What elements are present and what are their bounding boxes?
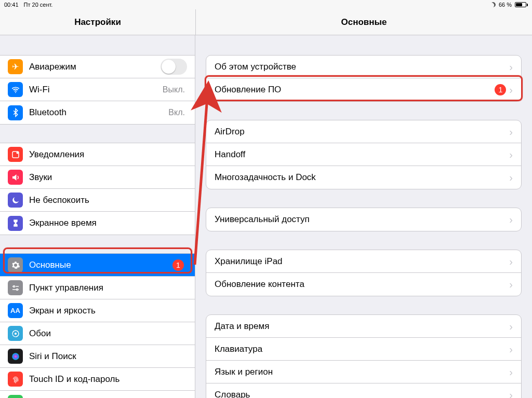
sidebar-item-wallpaper[interactable]: Обои [0,322,195,345]
detail-label: Словарь [215,390,250,398]
chevron-right-icon: › [509,256,513,267]
detail-item-storage[interactable]: Хранилище iPad › [206,250,521,273]
detail-item-dictionary[interactable]: Словарь › [206,383,521,398]
sidebar-label: Bluetooth [29,107,66,118]
svg-point-11 [12,353,19,360]
display-icon: AA [8,303,23,318]
update-badge: 1 [495,84,506,95]
chevron-right-icon: › [509,279,513,290]
chevron-right-icon: › [509,390,513,398]
dnd-moon-icon [490,2,497,8]
chevron-right-icon: › [509,127,513,137]
settings-sidebar[interactable]: ✈ Авиарежим Wi-Fi Выкл. [0,35,195,398]
sidebar-item-touchid[interactable]: Touch ID и код-пароль [0,368,195,391]
sidebar-label: Экранное время [29,218,97,228]
detail-label: Язык и регион [215,367,273,377]
detail-label: Универсальный доступ [215,214,310,225]
touchid-icon [8,372,23,387]
chevron-right-icon: › [509,149,513,160]
sidebar-item-general[interactable]: Основные 1 [0,254,195,277]
sidebar-item-wifi[interactable]: Wi-Fi Выкл. [0,78,195,101]
sidebar-label: Не беспокоить [29,195,89,205]
screentime-icon [8,216,23,231]
sidebar-item-battery[interactable]: Аккумулятор [0,391,195,398]
sidebar-item-sounds[interactable]: Звуки [0,166,195,189]
detail-label: Обновление контента [215,279,304,290]
svg-point-10 [15,333,16,334]
sidebar-label: Пункт управления [29,283,103,293]
controlcenter-icon [8,280,23,295]
sidebar-label: Звуки [29,172,52,183]
detail-label: Handoff [215,149,245,160]
chevron-right-icon: › [509,367,513,377]
sidebar-label: Авиарежим [29,62,76,72]
svg-point-3 [13,285,15,287]
sidebar-title: Настройки [0,9,195,35]
detail-title: Основные [195,9,532,35]
battery-icon-row [8,395,23,399]
svg-point-2 [16,152,19,154]
svg-point-0 [15,92,16,93]
wifi-icon [8,82,23,97]
detail-item-airdrop[interactable]: AirDrop › [206,120,521,143]
chevron-right-icon: › [509,344,513,354]
sounds-icon [8,170,23,185]
detail-item-accessibility[interactable]: Универсальный доступ › [206,208,521,231]
detail-item-language[interactable]: Язык и регион › [206,361,521,383]
siri-icon [8,349,23,364]
sidebar-item-controlcenter[interactable]: Пункт управления [0,277,195,299]
status-bar: 00:41 Пт 20 сент. 66 % [0,0,532,9]
detail-item-datetime[interactable]: Дата и время › [206,315,521,338]
bluetooth-icon [8,105,23,120]
status-battery-pct: 66 % [499,2,512,8]
status-time: 00:41 [4,2,19,8]
detail-item-bgrefresh[interactable]: Обновление контента › [206,273,521,296]
detail-label: Клавиатура [215,344,262,354]
chevron-right-icon: › [509,214,513,225]
notifications-icon [8,147,23,162]
wifi-value: Выкл. [163,85,185,94]
detail-item-keyboard[interactable]: Клавиатура › [206,338,521,361]
sidebar-label: Siri и Поиск [29,351,76,362]
sidebar-item-bluetooth[interactable]: Bluetooth Вкл. [0,101,195,124]
sidebar-item-siri[interactable]: Siri и Поиск [0,345,195,368]
chevron-right-icon: › [509,85,513,95]
sidebar-label: Touch ID и код-пароль [29,374,119,385]
detail-item-handoff[interactable]: Handoff › [206,143,521,166]
dnd-icon [8,193,23,208]
detail-label: Об этом устройстве [215,62,296,72]
status-date: Пт 20 сент. [24,2,53,8]
gear-icon [8,257,23,272]
airplane-toggle[interactable] [161,59,187,75]
chevron-right-icon: › [509,172,513,183]
sidebar-item-screentime[interactable]: Экранное время [0,212,195,235]
detail-label: Обновление ПО [215,85,281,95]
bluetooth-value: Вкл. [168,108,185,117]
sidebar-item-airplane[interactable]: ✈ Авиарежим [0,56,195,78]
sidebar-item-dnd[interactable]: Не беспокоить [0,189,195,212]
detail-label: Хранилище iPad [215,256,283,267]
sidebar-item-display[interactable]: AA Экран и яркость [0,299,195,322]
sidebar-label: Уведомления [29,149,84,160]
sidebar-item-notifications[interactable]: Уведомления [0,143,195,166]
detail-item-multitasking[interactable]: Многозадачность и Dock › [206,166,521,189]
chevron-right-icon: › [509,321,513,332]
general-badge: 1 [172,259,184,271]
detail-label: Дата и время [215,321,269,332]
detail-item-about[interactable]: Об этом устройстве › [206,56,521,78]
sidebar-label: Обои [29,328,51,339]
chevron-right-icon: › [509,62,513,72]
battery-icon [515,2,528,7]
airplane-icon: ✈ [8,59,23,74]
sidebar-label: Экран и яркость [29,306,96,316]
detail-label: AirDrop [215,127,245,137]
sidebar-label: Основные [29,260,71,270]
detail-pane[interactable]: Об этом устройстве › Обновление ПО 1 › A… [195,35,532,398]
sidebar-label: Wi-Fi [29,85,50,95]
svg-point-6 [16,289,18,290]
detail-label: Многозадачность и Dock [215,172,316,183]
wallpaper-icon [8,326,23,341]
detail-item-software-update[interactable]: Обновление ПО 1 › [206,78,521,101]
